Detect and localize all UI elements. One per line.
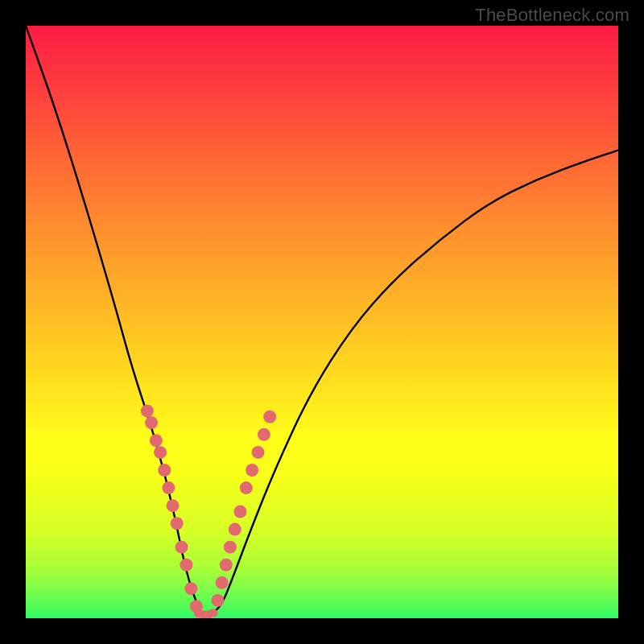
curve-marker [252,446,265,459]
curve-marker [258,428,270,441]
watermark-text: TheBottleneck.com [475,5,630,26]
curve-marker [220,559,233,572]
curve-marker [184,582,197,595]
curve-marker [167,499,180,512]
curve-marker [246,464,258,477]
curve-marker [224,541,237,554]
curve-marker [141,404,154,417]
curve-marker [180,559,192,572]
curve-marker [150,434,163,447]
plot-area [26,26,618,618]
curve-marker [229,523,242,536]
curve-marker [233,506,246,518]
curve-marker [171,517,184,530]
curve-marker [211,594,224,607]
curve-marker [216,576,229,589]
bottleneck-curve [26,26,618,615]
curve-marker [145,416,158,429]
curve-marker [263,411,276,423]
curve-layer [26,26,618,618]
curve-marker [162,481,175,494]
curve-marker [175,541,188,554]
curve-marker [208,609,218,617]
chart-frame: TheBottleneck.com [0,0,644,644]
curve-marker [158,464,171,477]
curve-marker [154,446,167,459]
curve-marker [240,481,253,494]
